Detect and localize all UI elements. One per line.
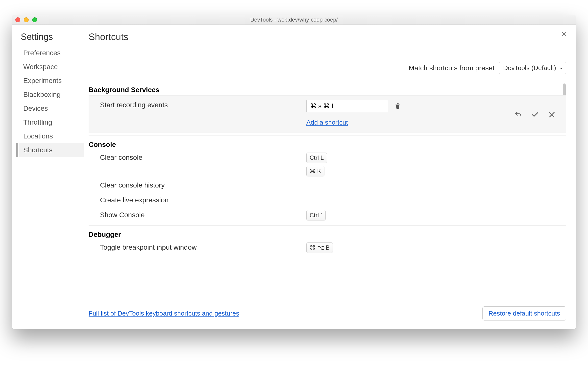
sidebar-title: Settings xyxy=(19,32,84,42)
settings-main: Shortcuts Match shortcuts from preset De… xyxy=(84,25,576,329)
close-settings-button[interactable]: ✕ xyxy=(561,30,567,38)
shortcut-row[interactable]: Clear console history xyxy=(89,178,566,193)
section-background-services: Background Services Start recording even… xyxy=(89,82,566,136)
edit-actions xyxy=(514,111,556,120)
restore-defaults-button[interactable]: Restore default shortcuts xyxy=(482,306,566,321)
shortcut-row[interactable]: Create live expression xyxy=(89,193,566,208)
shortcut-label: Clear console history xyxy=(89,179,306,191)
shortcut-row[interactable]: Toggle breakpoint input window ⌘ ⌥ B xyxy=(89,240,566,255)
shortcut-key: Ctrl ` xyxy=(306,210,326,220)
chevron-down-icon xyxy=(560,64,563,72)
shortcut-key: ⌘ ⌥ B xyxy=(306,242,333,253)
sidebar-item-shortcuts[interactable]: Shortcuts xyxy=(19,143,84,157)
sidebar-item-devices[interactable]: Devices xyxy=(19,102,84,115)
window-title: DevTools - web.dev/why-coop-coep/ xyxy=(12,17,576,23)
preset-select-value: DevTools (Default) xyxy=(503,64,556,72)
shortcut-label: Create live expression xyxy=(89,194,306,206)
sidebar-item-workspace[interactable]: Workspace xyxy=(19,60,84,74)
sidebar-item-throttling[interactable]: Throttling xyxy=(19,115,84,129)
preset-label: Match shortcuts from preset xyxy=(409,64,494,72)
devtools-window: DevTools - web.dev/why-coop-coep/ ✕ Sett… xyxy=(12,15,576,329)
section-title: Console xyxy=(89,137,566,150)
sidebar-item-experiments[interactable]: Experiments xyxy=(19,74,84,88)
shortcut-row[interactable]: Show Console Ctrl ` xyxy=(89,208,566,222)
shortcut-label: Start recording events xyxy=(89,99,306,111)
section-debugger: Debugger Toggle breakpoint input window … xyxy=(89,227,566,255)
section-title: Debugger xyxy=(89,227,566,240)
full-list-link[interactable]: Full list of DevTools keyboard shortcuts… xyxy=(89,310,239,317)
shortcuts-scroll-area: Background Services Start recording even… xyxy=(89,82,566,302)
preset-select[interactable]: DevTools (Default) xyxy=(499,62,566,74)
shortcuts-footer: Full list of DevTools keyboard shortcuts… xyxy=(89,303,566,327)
page-title: Shortcuts xyxy=(89,32,566,47)
sidebar-item-preferences[interactable]: Preferences xyxy=(19,46,84,60)
confirm-button[interactable] xyxy=(531,111,539,120)
window-titlebar: DevTools - web.dev/why-coop-coep/ xyxy=(12,15,576,25)
revert-button[interactable] xyxy=(514,111,522,120)
shortcut-row[interactable]: Clear console Ctrl L ⌘ K xyxy=(89,150,566,178)
section-console: Console Clear console Ctrl L ⌘ K Clear c… xyxy=(89,137,566,226)
shortcut-key: ⌘ K xyxy=(306,166,324,176)
sidebar-item-blackboxing[interactable]: Blackboxing xyxy=(19,88,84,102)
delete-shortcut-button[interactable] xyxy=(394,102,401,110)
shortcut-label: Show Console xyxy=(89,209,306,221)
section-title: Background Services xyxy=(89,82,566,95)
shortcut-capture-input[interactable] xyxy=(306,100,388,112)
sidebar-item-locations[interactable]: Locations xyxy=(19,129,84,143)
add-shortcut-link[interactable]: Add a shortcut xyxy=(306,119,566,126)
shortcut-row-editing: Start recording events xyxy=(89,95,566,133)
cancel-button[interactable] xyxy=(548,111,556,120)
shortcut-label: Toggle breakpoint input window xyxy=(89,241,306,253)
settings-sidebar: Settings Preferences Workspace Experimen… xyxy=(12,25,84,329)
shortcut-key: Ctrl L xyxy=(306,153,327,163)
shortcut-label: Clear console xyxy=(89,152,306,163)
